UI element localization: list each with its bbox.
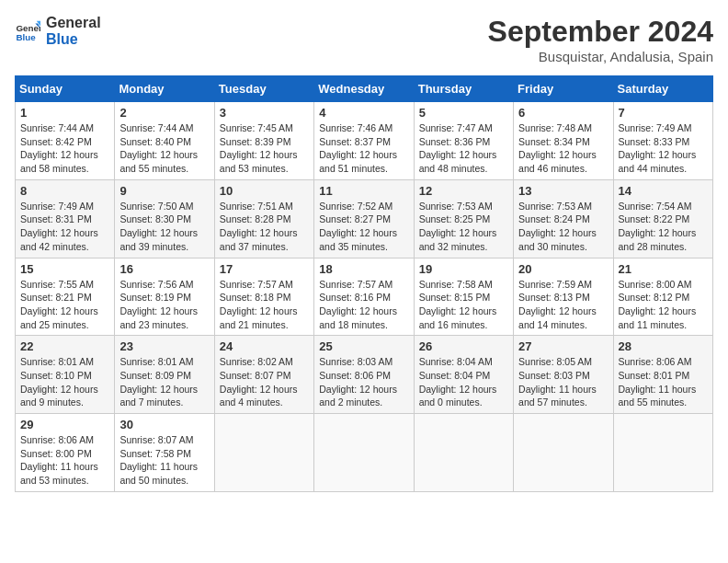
calendar-cell: 14Sunrise: 7:54 AM Sunset: 8:22 PM Dayli…	[613, 179, 712, 258]
day-info: Sunrise: 7:57 AM Sunset: 8:16 PM Dayligh…	[319, 278, 408, 332]
logo-blue: Blue	[46, 31, 101, 48]
calendar-cell: 26Sunrise: 8:04 AM Sunset: 8:04 PM Dayli…	[414, 336, 513, 414]
calendar-week-5: 29Sunrise: 8:06 AM Sunset: 8:00 PM Dayli…	[16, 414, 713, 492]
logo-general: General	[46, 15, 101, 31]
day-info: Sunrise: 8:07 AM Sunset: 7:58 PM Dayligh…	[119, 433, 209, 488]
calendar-week-2: 8Sunrise: 7:49 AM Sunset: 8:31 PM Daylig…	[16, 179, 713, 258]
day-number: 6	[518, 106, 608, 120]
day-number: 10	[220, 184, 309, 198]
day-info: Sunrise: 7:46 AM Sunset: 8:37 PM Dayligh…	[319, 121, 408, 176]
weekday-header-tuesday: Tuesday	[214, 76, 313, 102]
calendar-cell: 12Sunrise: 7:53 AM Sunset: 8:25 PM Dayli…	[414, 179, 513, 258]
calendar-header-row: SundayMondayTuesdayWednesdayThursdayFrid…	[16, 76, 713, 102]
day-number: 30	[119, 418, 209, 431]
day-info: Sunrise: 7:54 AM Sunset: 8:22 PM Dayligh…	[619, 200, 708, 254]
svg-text:Blue: Blue	[16, 31, 36, 41]
weekday-header-monday: Monday	[115, 76, 214, 102]
calendar-cell: 24Sunrise: 8:02 AM Sunset: 8:07 PM Dayli…	[214, 336, 313, 414]
weekday-header-thursday: Thursday	[414, 76, 513, 102]
day-number: 11	[319, 184, 408, 198]
calendar-cell: 13Sunrise: 7:53 AM Sunset: 8:24 PM Dayli…	[514, 179, 613, 258]
calendar-week-4: 22Sunrise: 8:01 AM Sunset: 8:10 PM Dayli…	[16, 336, 713, 414]
day-number: 20	[518, 262, 608, 276]
day-info: Sunrise: 7:57 AM Sunset: 8:18 PM Dayligh…	[220, 278, 309, 332]
day-info: Sunrise: 8:04 AM Sunset: 8:04 PM Dayligh…	[419, 355, 508, 409]
calendar-cell	[514, 414, 613, 492]
location-subtitle: Busquistar, Andalusia, Spain	[488, 49, 713, 64]
day-number: 26	[419, 339, 508, 353]
calendar-cell: 8Sunrise: 7:49 AM Sunset: 8:31 PM Daylig…	[16, 179, 115, 258]
day-info: Sunrise: 8:05 AM Sunset: 8:03 PM Dayligh…	[518, 355, 608, 409]
day-info: Sunrise: 7:59 AM Sunset: 8:13 PM Dayligh…	[518, 278, 608, 332]
day-number: 5	[419, 106, 508, 120]
calendar-cell: 27Sunrise: 8:05 AM Sunset: 8:03 PM Dayli…	[514, 336, 613, 414]
day-number: 4	[319, 106, 408, 120]
title-block: September 2024 Busquistar, Andalusia, Sp…	[488, 15, 713, 64]
weekday-header-friday: Friday	[514, 76, 613, 102]
calendar-week-3: 15Sunrise: 7:55 AM Sunset: 8:21 PM Dayli…	[16, 258, 713, 336]
day-number: 27	[518, 339, 608, 353]
day-number: 12	[419, 184, 508, 198]
calendar-cell: 25Sunrise: 8:03 AM Sunset: 8:06 PM Dayli…	[314, 336, 414, 414]
day-number: 15	[20, 262, 109, 276]
day-number: 9	[119, 184, 209, 198]
logo-icon: General Blue	[15, 18, 40, 44]
day-number: 14	[619, 184, 708, 198]
day-info: Sunrise: 8:06 AM Sunset: 8:01 PM Dayligh…	[619, 355, 708, 409]
day-info: Sunrise: 7:56 AM Sunset: 8:19 PM Dayligh…	[119, 278, 209, 332]
calendar-table: SundayMondayTuesdayWednesdayThursdayFrid…	[15, 75, 713, 492]
day-info: Sunrise: 7:55 AM Sunset: 8:21 PM Dayligh…	[20, 278, 109, 332]
month-title: September 2024	[488, 15, 713, 49]
calendar-cell: 30Sunrise: 8:07 AM Sunset: 7:58 PM Dayli…	[115, 414, 214, 492]
day-info: Sunrise: 7:49 AM Sunset: 8:33 PM Dayligh…	[619, 121, 708, 176]
day-info: Sunrise: 7:49 AM Sunset: 8:31 PM Dayligh…	[20, 200, 109, 254]
day-info: Sunrise: 7:47 AM Sunset: 8:36 PM Dayligh…	[419, 121, 508, 176]
calendar-cell: 19Sunrise: 7:58 AM Sunset: 8:15 PM Dayli…	[414, 258, 513, 336]
calendar-cell: 21Sunrise: 8:00 AM Sunset: 8:12 PM Dayli…	[613, 258, 712, 336]
day-info: Sunrise: 8:01 AM Sunset: 8:09 PM Dayligh…	[119, 355, 209, 409]
calendar-cell: 16Sunrise: 7:56 AM Sunset: 8:19 PM Dayli…	[115, 258, 214, 336]
day-number: 21	[619, 262, 708, 276]
calendar-cell: 6Sunrise: 7:48 AM Sunset: 8:34 PM Daylig…	[514, 102, 613, 180]
calendar-cell: 15Sunrise: 7:55 AM Sunset: 8:21 PM Dayli…	[16, 258, 115, 336]
day-info: Sunrise: 7:45 AM Sunset: 8:39 PM Dayligh…	[220, 121, 309, 176]
calendar-cell	[414, 414, 513, 492]
calendar-cell	[314, 414, 414, 492]
calendar-cell: 3Sunrise: 7:45 AM Sunset: 8:39 PM Daylig…	[214, 102, 313, 180]
day-info: Sunrise: 7:44 AM Sunset: 8:42 PM Dayligh…	[20, 121, 109, 176]
day-number: 24	[220, 339, 309, 353]
day-info: Sunrise: 7:51 AM Sunset: 8:28 PM Dayligh…	[220, 200, 309, 254]
day-info: Sunrise: 7:53 AM Sunset: 8:25 PM Dayligh…	[419, 200, 508, 254]
day-number: 1	[20, 106, 109, 120]
day-number: 29	[20, 418, 109, 431]
calendar-cell: 1Sunrise: 7:44 AM Sunset: 8:42 PM Daylig…	[16, 102, 115, 180]
day-number: 18	[319, 262, 408, 276]
day-info: Sunrise: 7:48 AM Sunset: 8:34 PM Dayligh…	[518, 121, 608, 176]
page-header: General Blue General Blue September 2024…	[15, 15, 713, 64]
calendar-cell: 4Sunrise: 7:46 AM Sunset: 8:37 PM Daylig…	[314, 102, 414, 180]
calendar-cell: 2Sunrise: 7:44 AM Sunset: 8:40 PM Daylig…	[115, 102, 214, 180]
calendar-cell: 5Sunrise: 7:47 AM Sunset: 8:36 PM Daylig…	[414, 102, 513, 180]
calendar-cell	[613, 414, 712, 492]
day-info: Sunrise: 7:53 AM Sunset: 8:24 PM Dayligh…	[518, 200, 608, 254]
day-number: 16	[119, 262, 209, 276]
day-number: 2	[119, 106, 209, 120]
calendar-cell: 29Sunrise: 8:06 AM Sunset: 8:00 PM Dayli…	[16, 414, 115, 492]
day-number: 28	[619, 339, 708, 353]
calendar-cell: 20Sunrise: 7:59 AM Sunset: 8:13 PM Dayli…	[514, 258, 613, 336]
day-number: 7	[619, 106, 708, 120]
calendar-cell: 23Sunrise: 8:01 AM Sunset: 8:09 PM Dayli…	[115, 336, 214, 414]
day-info: Sunrise: 7:58 AM Sunset: 8:15 PM Dayligh…	[419, 278, 508, 332]
day-number: 3	[220, 106, 309, 120]
day-number: 8	[20, 184, 109, 198]
calendar-cell: 7Sunrise: 7:49 AM Sunset: 8:33 PM Daylig…	[613, 102, 712, 180]
day-info: Sunrise: 8:01 AM Sunset: 8:10 PM Dayligh…	[20, 355, 109, 409]
day-number: 23	[119, 339, 209, 353]
day-info: Sunrise: 7:44 AM Sunset: 8:40 PM Dayligh…	[119, 121, 209, 176]
day-number: 19	[419, 262, 508, 276]
logo: General Blue General Blue	[15, 15, 101, 47]
calendar-cell: 11Sunrise: 7:52 AM Sunset: 8:27 PM Dayli…	[314, 179, 414, 258]
calendar-week-1: 1Sunrise: 7:44 AM Sunset: 8:42 PM Daylig…	[16, 102, 713, 180]
day-info: Sunrise: 7:52 AM Sunset: 8:27 PM Dayligh…	[319, 200, 408, 254]
calendar-cell: 22Sunrise: 8:01 AM Sunset: 8:10 PM Dayli…	[16, 336, 115, 414]
